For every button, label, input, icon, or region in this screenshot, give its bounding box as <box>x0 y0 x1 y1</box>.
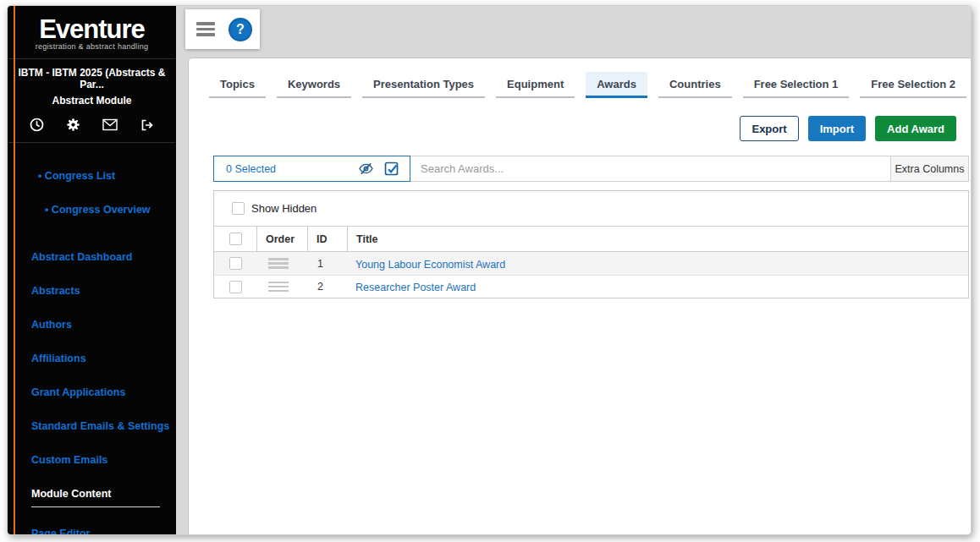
tab-topics[interactable]: Topics <box>209 72 266 98</box>
tab-countries[interactable]: Countries <box>658 72 732 98</box>
import-button[interactable]: Import <box>808 116 866 141</box>
action-buttons: Export Import Add Award <box>189 116 956 141</box>
gear-icon[interactable] <box>66 118 80 132</box>
main-area: ? Topics Keywords Presentation Types Equ… <box>176 6 971 534</box>
row-id: 1 <box>308 258 348 270</box>
top-toolbar: ? <box>185 9 260 49</box>
mail-icon[interactable] <box>102 118 118 131</box>
extra-columns-button[interactable]: Extra Columns <box>890 156 969 182</box>
export-button[interactable]: Export <box>740 116 798 141</box>
tab-keywords[interactable]: Keywords <box>277 72 351 98</box>
drag-handle-icon[interactable] <box>268 258 289 269</box>
logo-tagline: registration & abstract handling <box>8 42 176 51</box>
selection-bar: 0 Selected <box>213 156 969 182</box>
active-item-underline <box>31 506 160 507</box>
tab-awards[interactable]: Awards <box>586 72 647 98</box>
content-card: Topics Keywords Presentation Types Equip… <box>188 57 971 534</box>
sidebar-item-abstract-dashboard[interactable]: Abstract Dashboard <box>31 250 176 264</box>
sidebar-item-page-editor[interactable]: Page Editor <box>31 527 176 535</box>
search-awards-input[interactable] <box>410 156 890 182</box>
sidebar-item-custom-emails[interactable]: Custom Emails <box>31 453 176 467</box>
selection-count-box[interactable]: 0 Selected <box>213 156 410 182</box>
award-title-link[interactable]: Researcher Poster Award <box>348 282 476 293</box>
id-column-header: ID <box>308 227 348 251</box>
order-column-header: Order <box>257 227 308 251</box>
menu-icon[interactable] <box>196 19 215 39</box>
title-column-header: Title <box>348 227 968 251</box>
logo-title: Eventure <box>8 15 176 44</box>
select-all-checkbox[interactable] <box>229 233 242 245</box>
sidebar-nav: Congress List Congress Overview Abstract… <box>8 143 176 535</box>
sign-out-icon[interactable] <box>140 118 154 132</box>
sidebar-item-module-content[interactable]: Module Content <box>31 487 176 501</box>
help-icon[interactable]: ? <box>228 18 252 41</box>
select-all-header-cell <box>214 227 257 251</box>
sidebar-item-standard-emails[interactable]: Standard Emails & Settings <box>31 419 176 433</box>
row-id: 2 <box>308 281 348 293</box>
show-hidden-row: Show Hidden <box>214 191 968 226</box>
congress-title: IBTM - IBTM 2025 (Abstracts & Par... <box>8 67 176 90</box>
tab-presentation-types[interactable]: Presentation Types <box>362 72 485 98</box>
tab-bar: Topics Keywords Presentation Types Equip… <box>209 72 962 98</box>
row-checkbox[interactable] <box>229 281 242 293</box>
checked-checkbox-icon[interactable] <box>384 162 399 177</box>
row-checkbox[interactable] <box>229 257 242 270</box>
awards-table: Show Hidden Order ID Title 1 Young Labou… <box>213 190 969 298</box>
drag-handle-icon[interactable] <box>268 282 289 293</box>
add-award-button[interactable]: Add Award <box>875 116 956 141</box>
sidebar-item-congress-list[interactable]: Congress List <box>38 169 176 183</box>
selected-count-label: 0 Selected <box>226 163 358 175</box>
tab-free-selection-2[interactable]: Free Selection 2 <box>860 72 966 98</box>
sidebar-item-affiliations[interactable]: Affiliations <box>31 352 176 365</box>
tab-free-selection-1[interactable]: Free Selection 1 <box>743 72 850 98</box>
sidebar-item-congress-overview[interactable]: Congress Overview <box>45 203 176 216</box>
clock-icon[interactable] <box>30 118 44 132</box>
table-header: Order ID Title <box>214 226 968 252</box>
show-hidden-label: Show Hidden <box>251 202 317 215</box>
eventure-logo: Eventure registration & abstract handlin… <box>8 6 176 58</box>
eye-slash-icon[interactable] <box>358 162 374 176</box>
sidebar-item-grant-applications[interactable]: Grant Applications <box>31 386 176 399</box>
award-title-link[interactable]: Young Labour Economist Award <box>348 259 505 271</box>
sidebar-divider <box>8 58 175 59</box>
tab-equipment[interactable]: Equipment <box>496 72 575 98</box>
app-window: Eventure registration & abstract handlin… <box>7 5 972 535</box>
table-row: 2 Researcher Poster Award <box>214 275 968 298</box>
sidebar: Eventure registration & abstract handlin… <box>8 6 176 534</box>
sidebar-item-abstracts[interactable]: Abstracts <box>31 284 176 298</box>
module-title: Abstract Module <box>8 95 176 107</box>
table-row: 1 Young Labour Economist Award <box>214 252 968 275</box>
sidebar-icon-row <box>8 118 176 132</box>
show-hidden-checkbox[interactable] <box>232 202 245 215</box>
sidebar-item-authors[interactable]: Authors <box>31 318 176 331</box>
